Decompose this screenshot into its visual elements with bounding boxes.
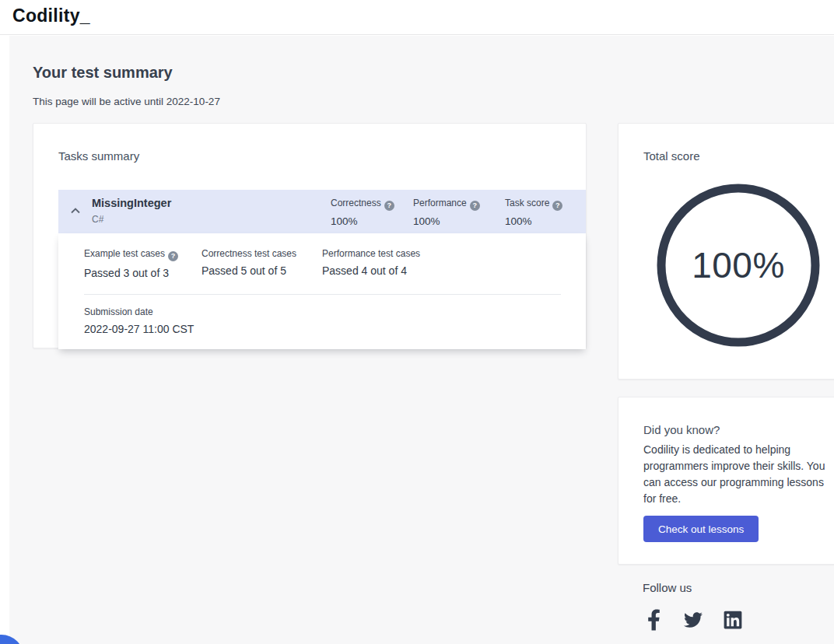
- example-test-cases-value: Passed 3 out of 3: [84, 267, 201, 279]
- total-score-title: Total score: [643, 149, 700, 163]
- example-test-cases-label: Example test cases: [84, 248, 165, 259]
- correctness-help-icon[interactable]: ?: [384, 201, 394, 211]
- linkedin-icon[interactable]: [722, 609, 744, 631]
- did-you-know-title: Did you know?: [643, 423, 720, 436]
- performance-score-column: Performance? 100%: [413, 198, 480, 227]
- task-header-row[interactable]: MissingInteger C# Correctness? 100% Perf…: [58, 190, 586, 233]
- page-active-until-text: This page will be active until 2022-10-2…: [33, 96, 220, 107]
- total-score-card: Total score 100%: [618, 123, 834, 380]
- follow-us-title: Follow us: [643, 581, 692, 594]
- chevron-up-icon: [69, 208, 82, 219]
- facebook-icon[interactable]: [643, 609, 664, 631]
- performance-label: Performance: [413, 198, 467, 208]
- example-test-cases-help-icon[interactable]: ?: [168, 251, 178, 261]
- correctness-test-cases-column: Correctness test cases Passed 5 out of 5: [201, 248, 322, 279]
- task-name: MissingInteger: [92, 197, 171, 209]
- page-content: Your test summary This page will be acti…: [9, 36, 834, 644]
- check-out-lessons-button[interactable]: Check out lessons: [643, 516, 759, 542]
- social-icons-row: [643, 609, 744, 631]
- task-score-label: Task score: [505, 198, 549, 208]
- tasks-summary-card: Tasks summary MissingInteger C# Correctn…: [33, 123, 587, 348]
- total-score-value: 100%: [657, 184, 820, 347]
- performance-help-icon[interactable]: ?: [470, 201, 480, 211]
- performance-value: 100%: [413, 215, 480, 227]
- panel-divider: [84, 294, 561, 295]
- task-language: C#: [92, 214, 103, 225]
- task-score-column: Task score? 100%: [505, 198, 562, 227]
- correctness-label: Correctness: [331, 198, 381, 208]
- total-score-circle: 100%: [657, 184, 820, 347]
- top-bar: Codility_: [0, 0, 834, 35]
- did-you-know-body: Codility is dedicated to helping program…: [643, 442, 834, 507]
- submission-date-value: 2022-09-27 11:00 CST: [84, 323, 561, 335]
- task-score-help-icon[interactable]: ?: [552, 201, 562, 211]
- tasks-summary-title: Tasks summary: [58, 149, 139, 163]
- task-score-value: 100%: [505, 215, 562, 227]
- submission-date-label: Submission date: [84, 306, 561, 317]
- collapse-task-button[interactable]: [68, 205, 82, 219]
- performance-test-cases-value: Passed 4 out of 4: [322, 264, 420, 277]
- page-title: Your test summary: [33, 64, 173, 82]
- performance-test-cases-label: Performance test cases: [322, 248, 420, 259]
- codility-logo: Codility_: [12, 5, 90, 26]
- correctness-test-cases-value: Passed 5 out of 5: [201, 264, 322, 277]
- correctness-score-column: Correctness? 100%: [331, 198, 394, 227]
- did-you-know-card: Did you know? Codility is dedicated to h…: [618, 397, 834, 565]
- twitter-icon[interactable]: [682, 609, 704, 631]
- correctness-test-cases-label: Correctness test cases: [201, 248, 322, 259]
- example-test-cases-column: Example test cases? Passed 3 out of 3: [84, 248, 201, 279]
- task-details-panel: Example test cases? Passed 3 out of 3 Co…: [58, 233, 586, 349]
- performance-test-cases-column: Performance test cases Passed 4 out of 4: [322, 248, 420, 279]
- correctness-value: 100%: [331, 215, 394, 227]
